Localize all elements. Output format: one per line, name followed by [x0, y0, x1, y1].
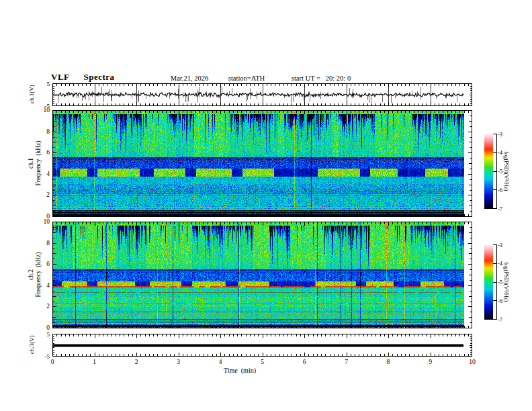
station-label: station=ATH [228, 74, 265, 83]
colorbar1-tick-label: -5 [498, 167, 502, 175]
vlf-spectra-figure: VLF Spectra Mar.21, 2026 station=ATH sta… [0, 0, 532, 411]
time-tick-label: 10 [464, 358, 480, 366]
figure-title: VLF Spectra [51, 73, 115, 81]
time-tick-label: 4 [212, 358, 228, 366]
ch1-freq-tick-label: 4 [27, 170, 50, 178]
start-ut-label: start UT = 20: 20: 0 [292, 74, 351, 83]
time-tick-label: 2 [128, 358, 144, 366]
time-tick-label: 5 [255, 358, 271, 366]
ch2-freq-tick-label: 2 [27, 302, 50, 310]
time-tick-label: 9 [423, 358, 439, 366]
ch3-voltage-waveform-canvas [52, 334, 472, 357]
ch2-freq-tick-label: 8 [27, 239, 50, 247]
ch2-freq-tick-label: 10 [27, 218, 50, 226]
colorbar-ch2-canvas [484, 244, 498, 320]
ch2-freq-tick-label: 6 [27, 260, 50, 268]
time-tick-label: 8 [380, 358, 396, 366]
date-label: Mar.21, 2026 [171, 74, 208, 83]
time-tick-label: 3 [171, 358, 187, 366]
ch2-frequency-axis-label: ch.2Frequency (kHz) [28, 252, 42, 297]
colorbar2-tick-label: -4 [498, 259, 502, 267]
ch3-volt-tick-label: 5 [27, 330, 50, 338]
ch1-freq-tick-label: 2 [27, 191, 50, 199]
colorbar2-tick-label: -7 [498, 316, 502, 324]
time-tick-label: 6 [296, 358, 312, 366]
ch3-volt-tick-label: -5 [27, 353, 50, 361]
colorbar-ch1-canvas [484, 134, 498, 209]
frequency-label-line2: Frequency (kHz) [35, 140, 42, 185]
colorbar2-tick-label: -6 [498, 297, 502, 305]
ch1-label-line1: ch.1 [28, 158, 34, 169]
frequency-label-line2b: Frequency (kHz) [35, 252, 42, 297]
ch1-volt-tick-label: 5 [27, 80, 50, 88]
ch2-label-line1: ch.2 [28, 269, 34, 280]
ch1-voltage-waveform-canvas [52, 83, 472, 106]
colorbar1-tick-label: -3 [498, 130, 502, 138]
time-axis-label: Time (min) [224, 367, 256, 374]
colorbar1-tick-label: -4 [498, 148, 502, 156]
colorbar1-tick-label: -6 [498, 186, 502, 194]
colorbar1-tick-label: -7 [498, 205, 502, 213]
colorbar2-tick-label: -3 [498, 241, 502, 249]
ch1-freq-tick-label: 6 [27, 148, 50, 156]
ch1-frequency-axis-label: ch.1Frequency (kHz) [28, 140, 42, 185]
ch2-freq-tick-label: 4 [27, 281, 50, 289]
ch2-spectrogram-canvas [52, 222, 472, 328]
ch1-spectrogram-canvas [52, 110, 472, 217]
colorbar2-tick-label: -5 [498, 278, 502, 286]
colorbar1-psd-label: log(PSD)(V²/Hz) [503, 152, 510, 191]
ch1-freq-tick-label: 8 [27, 128, 50, 136]
colorbar2-psd-label: log(PSD)(V²/Hz) [503, 263, 510, 302]
ch1-volt-tick-label: -5 [27, 102, 50, 110]
time-tick-label: 1 [87, 358, 103, 366]
time-tick-label: 7 [339, 358, 355, 366]
